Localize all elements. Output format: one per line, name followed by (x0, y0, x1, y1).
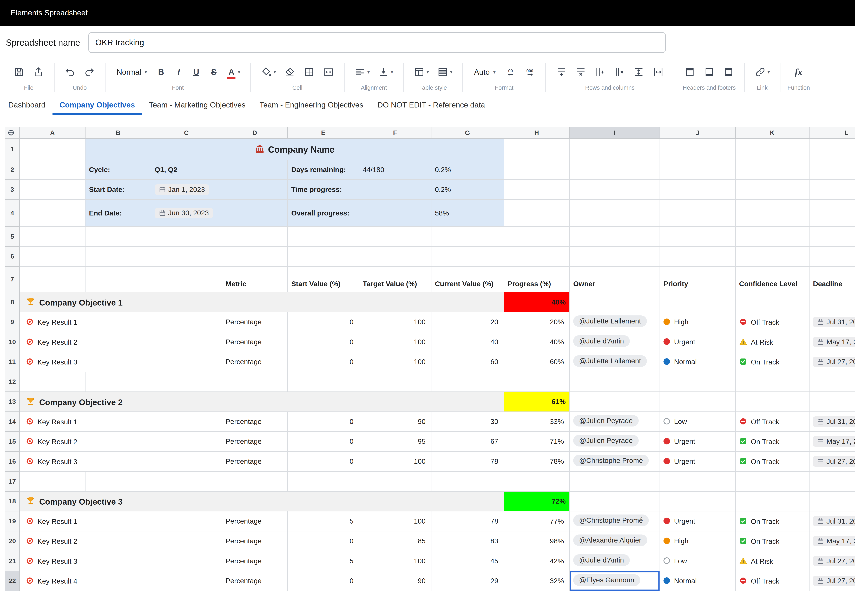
bold-button[interactable]: B (153, 65, 169, 79)
cell-J17[interactable] (660, 471, 735, 491)
cell-A14[interactable]: Key Result 1 (20, 412, 222, 432)
cell-I5[interactable] (569, 226, 660, 246)
column-header-L[interactable]: L (809, 127, 855, 139)
row-header-19[interactable]: 19 (5, 511, 20, 531)
cell-G9[interactable]: 20 (431, 312, 504, 332)
cell-D21[interactable]: Percentage (222, 551, 288, 571)
cell-F5[interactable] (359, 226, 431, 246)
cell-A2[interactable] (20, 160, 85, 180)
export-button[interactable] (30, 64, 47, 80)
cell-G21[interactable]: 45 (431, 551, 504, 571)
cell-L20[interactable]: May 17, 2023 (809, 531, 855, 551)
cell-F11[interactable]: 100 (359, 352, 431, 372)
cell-I15[interactable]: @Julien Peyrade (569, 432, 660, 452)
column-header-F[interactable]: F (359, 127, 431, 139)
vertical-align-button[interactable]: ▾ (375, 64, 396, 80)
cell-D3[interactable] (222, 180, 288, 200)
cell-K9[interactable]: Off Track (735, 312, 809, 332)
cell-I11[interactable]: @Juliette Lallement (569, 352, 660, 372)
cell-D6[interactable] (222, 246, 288, 266)
italic-button[interactable]: I (171, 65, 186, 79)
cell-A8[interactable]: Company Objective 1 (20, 292, 504, 312)
cell-J20[interactable]: High (660, 531, 735, 551)
cell-E2[interactable]: Days remaining: (288, 160, 359, 180)
row-height-button[interactable] (630, 64, 647, 80)
cell-A21[interactable]: Key Result 3 (20, 551, 222, 571)
cell-J11[interactable]: Normal (660, 352, 735, 372)
cell-H5[interactable] (504, 226, 569, 246)
horizontal-align-button[interactable]: ▾ (352, 64, 372, 80)
cell-G16[interactable]: 78 (431, 451, 504, 471)
cell-I2[interactable] (569, 160, 660, 180)
cell-C7[interactable] (151, 266, 222, 292)
cell-K2[interactable] (735, 160, 809, 180)
row-header-16[interactable]: 16 (5, 451, 20, 471)
cell-F21[interactable]: 100 (359, 551, 431, 571)
row-header-4[interactable]: 4 (5, 200, 20, 226)
cell-C2[interactable]: Q1, Q2 (151, 160, 222, 180)
tab-do-not-edit-reference-data[interactable]: DO NOT EDIT - Reference data (370, 96, 492, 115)
cell-L12[interactable] (809, 372, 855, 392)
cell-B6[interactable] (85, 246, 151, 266)
cell-E22[interactable]: 0 (288, 571, 359, 591)
cell-I10[interactable]: @Julie d'Antin (569, 332, 660, 352)
cell-H13[interactable]: 61% (504, 392, 569, 412)
cell-L4[interactable] (809, 200, 855, 226)
cell-K5[interactable] (735, 226, 809, 246)
cell-F9[interactable]: 100 (359, 312, 431, 332)
cell-F14[interactable]: 90 (359, 412, 431, 432)
tab-dashboard[interactable]: Dashboard (1, 96, 52, 115)
row-header-2[interactable]: 2 (5, 160, 20, 180)
header-button[interactable] (681, 64, 698, 80)
cell-I21[interactable]: @Julie d'Antin (569, 551, 660, 571)
insert-column-button[interactable] (591, 64, 608, 80)
cell-J22[interactable]: Normal (660, 571, 735, 591)
column-header-B[interactable]: B (85, 127, 151, 139)
cell-B7[interactable] (85, 266, 151, 292)
row-header-20[interactable]: 20 (5, 531, 20, 551)
cell-G5[interactable] (431, 226, 504, 246)
cell-I1[interactable] (569, 139, 660, 160)
undo-button[interactable] (61, 64, 78, 80)
row-header-6[interactable]: 6 (5, 246, 20, 266)
cell-L8[interactable] (809, 292, 855, 312)
row-header-13[interactable]: 13 (5, 392, 20, 412)
cell-I12[interactable] (569, 372, 660, 392)
row-header-5[interactable]: 5 (5, 226, 20, 246)
cell-E9[interactable]: 0 (288, 312, 359, 332)
column-header-I[interactable]: I (569, 127, 660, 139)
merge-cells-button[interactable] (320, 64, 337, 80)
cell-L10[interactable]: May 17, 2023 (809, 332, 855, 352)
column-header-J[interactable]: J (660, 127, 735, 139)
cell-D22[interactable]: Percentage (222, 571, 288, 591)
cell-H10[interactable]: 40% (504, 332, 569, 352)
cell-A6[interactable] (20, 246, 85, 266)
cell-J8[interactable] (660, 292, 735, 312)
banded-rows-button[interactable]: ▾ (434, 64, 455, 80)
cell-F10[interactable]: 100 (359, 332, 431, 352)
cell-C17[interactable] (151, 471, 222, 491)
cell-C12[interactable] (151, 372, 222, 392)
cell-H11[interactable]: 60% (504, 352, 569, 372)
cell-E5[interactable] (288, 226, 359, 246)
cell-E17[interactable] (288, 471, 359, 491)
cell-A7[interactable] (20, 266, 85, 292)
text-color-button[interactable]: A▾ (224, 65, 243, 79)
cell-J16[interactable]: Urgent (660, 451, 735, 471)
cell-I22[interactable]: @Elyes Gannoun (569, 571, 660, 591)
cell-A17[interactable] (20, 471, 85, 491)
link-button[interactable]: ▾ (752, 64, 773, 80)
column-header-E[interactable]: E (288, 127, 359, 139)
cell-L9[interactable]: Jul 31, 2023 (809, 312, 855, 332)
cell-L13[interactable] (809, 392, 855, 412)
tab-team-marketing-objectives[interactable]: Team - Marketing Objectives (142, 96, 253, 115)
borders-button[interactable] (300, 64, 317, 80)
column-header-K[interactable]: K (735, 127, 809, 139)
delete-column-button[interactable] (611, 64, 628, 80)
cell-I7[interactable]: Owner (569, 266, 660, 292)
save-button[interactable] (11, 64, 28, 80)
cell-B1[interactable]: Company Name (85, 139, 504, 160)
row-header-18[interactable]: 18 (5, 491, 20, 511)
row-header-21[interactable]: 21 (5, 551, 20, 571)
select-all-corner[interactable] (5, 127, 20, 139)
